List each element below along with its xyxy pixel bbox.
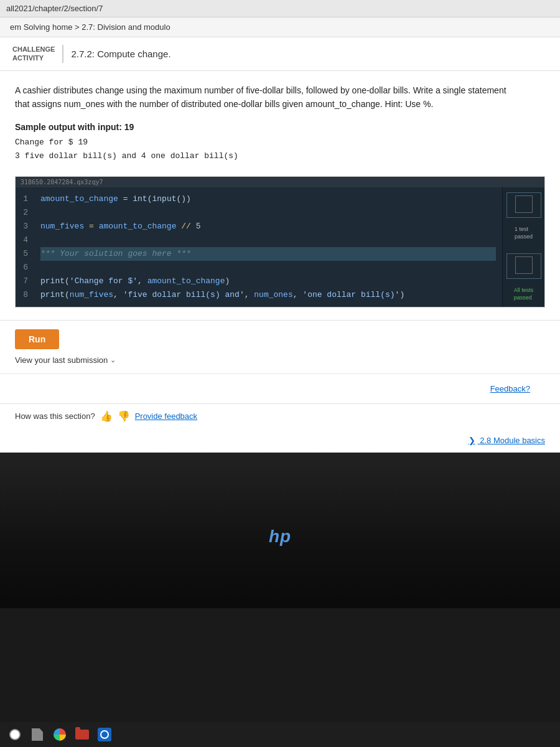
code-line-6 [40, 261, 496, 275]
chevron-down-icon: ⌄ [110, 356, 116, 364]
thumbs-up-icon[interactable]: 👍 [100, 410, 113, 422]
bottom-controls: Run View your last submission ⌄ [0, 320, 560, 374]
code-editor-wrapper: 318650.2047284.qx3zqy7 1 2 3 4 5 6 7 8 [15, 176, 545, 308]
taskbar-app-icon[interactable] [95, 725, 114, 745]
code-line-3: num_fives = amount_to_change // 5 [40, 220, 496, 233]
file-icon [32, 728, 43, 741]
code-lines[interactable]: amount_to_change = int(input()) num_five… [34, 192, 502, 303]
sample-code: Change for $ 19 3 five dollar bill(s) an… [15, 136, 545, 163]
provide-feedback-link[interactable]: Provide feedback [135, 411, 197, 421]
app-icon [98, 728, 111, 741]
breadcrumb: em Solving home > 2.7: Division and modu… [0, 17, 560, 37]
dark-overlay: hp [0, 453, 560, 608]
test-box-1 [506, 192, 541, 218]
sample-output-label: Sample output with input: 19 [15, 122, 545, 132]
challenge-label-line2: ACTIVITY [12, 54, 55, 62]
next-module-label: 2.8 Module basics [480, 436, 545, 445]
line-num-1: 1 [22, 192, 28, 206]
code-line-4 [40, 233, 496, 247]
line-num-8: 8 [22, 288, 28, 302]
line-num-7: 7 [22, 275, 28, 288]
taskbar-start-icon[interactable] [5, 725, 25, 745]
how-section: How was this section? 👍 👎 Provide feedba… [0, 403, 560, 428]
code-line-2 [40, 206, 496, 220]
run-button[interactable]: Run [15, 329, 59, 349]
editor-container: 1 2 3 4 5 6 7 8 amount_to_change = int(i… [16, 187, 544, 308]
code-line-8: print(num_fives, 'five dollar bill(s) an… [40, 288, 496, 302]
challenge-header: CHALLENGE ACTIVITY 2.7.2: Compute change… [0, 37, 560, 71]
test2-label: All testspassed [514, 286, 534, 302]
taskbar-folder-icon[interactable] [72, 725, 92, 745]
content-area: A cashier distributes change using the m… [0, 71, 560, 321]
browser-url-bar: all2021/chapter/2/section/7 [0, 0, 560, 17]
sample-code-line1: Change for $ 19 [15, 136, 545, 149]
view-submission-label: View your last submission [15, 355, 108, 365]
taskbar-browser-icon[interactable] [50, 725, 70, 745]
windows-icon [9, 729, 21, 740]
how-section-label: How was this section? [15, 411, 95, 421]
test-box-2 [506, 253, 541, 279]
line-num-5: 5 [22, 247, 28, 261]
url-text: all2021/chapter/2/section/7 [6, 4, 103, 13]
challenge-title: 2.7.2: Compute change. [71, 49, 170, 59]
next-module-link[interactable]: ❯ 2.8 Module basics [0, 428, 560, 453]
editor-id: 318650.2047284.qx3zqy7 [16, 177, 544, 187]
description-line1: A cashier distributes change using the m… [15, 83, 545, 97]
code-editor[interactable]: 1 2 3 4 5 6 7 8 amount_to_change = int(i… [16, 187, 502, 308]
line-num-2: 2 [22, 206, 28, 220]
browser-icon [54, 728, 66, 741]
line-num-4: 4 [22, 233, 28, 247]
description: A cashier distributes change using the m… [15, 83, 545, 111]
test1-label: 1 testpassed [515, 225, 533, 241]
code-line-7: print('Change for $', amount_to_change) [40, 275, 496, 288]
view-submission[interactable]: View your last submission ⌄ [15, 355, 545, 365]
challenge-label: CHALLENGE ACTIVITY [12, 45, 63, 63]
feedback-link[interactable]: Feedback? [15, 379, 545, 398]
breadcrumb-text: em Solving home > 2.7: Division and modu… [10, 22, 170, 32]
sample-code-line2: 3 five dollar bill(s) and 4 one dollar b… [15, 149, 545, 163]
line-numbers: 1 2 3 4 5 6 7 8 [16, 192, 34, 303]
taskbar-file-icon[interactable] [27, 725, 47, 745]
side-tests-panel: 1 testpassed All testspassed [502, 187, 544, 308]
line-num-3: 3 [22, 220, 28, 233]
editor-main[interactable]: 1 2 3 4 5 6 7 8 amount_to_change = int(i… [16, 187, 502, 308]
main-content: CHALLENGE ACTIVITY 2.7.2: Compute change… [0, 37, 560, 453]
code-line-5: *** Your solution goes here *** [40, 247, 496, 261]
hp-logo: hp [269, 527, 291, 547]
description-line2: that assigns num_ones with the number of… [15, 97, 545, 111]
line-num-6: 6 [22, 261, 28, 275]
taskbar [0, 722, 560, 747]
next-arrow-icon: ❯ [469, 436, 475, 445]
folder-icon [75, 730, 89, 740]
challenge-label-line1: CHALLENGE [12, 45, 55, 54]
code-line-1: amount_to_change = int(input()) [40, 192, 496, 206]
feedback-row: Feedback? [0, 374, 560, 403]
thumbs-down-icon[interactable]: 👎 [118, 410, 130, 422]
